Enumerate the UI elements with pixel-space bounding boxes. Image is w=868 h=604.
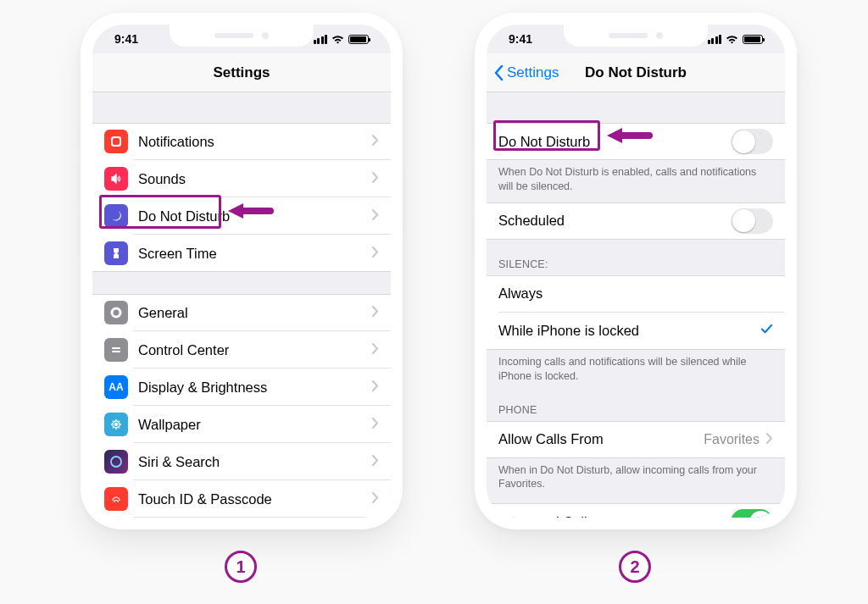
step-badge-2: 2	[619, 551, 651, 583]
navbar-settings: Settings	[92, 53, 391, 92]
row-scheduled[interactable]: Scheduled	[487, 202, 785, 240]
row-label: Display & Brightness	[138, 380, 372, 396]
silence-footer: Incoming calls and notifications will be…	[487, 350, 785, 392]
svg-rect-4	[112, 347, 120, 349]
status-bar: 9:41	[92, 25, 391, 53]
svg-rect-5	[112, 351, 120, 352]
notch	[170, 25, 314, 47]
navbar-dnd: Settings Do Not Disturb	[487, 53, 785, 92]
section-silence-header: SILENCE:	[487, 240, 785, 275]
row-label: Do Not Disturb	[498, 134, 731, 150]
row-label: Repeated Calls	[498, 514, 731, 518]
row-repeated-calls[interactable]: Repeated Calls	[487, 503, 785, 518]
notch	[564, 25, 708, 47]
row-siri-search[interactable]: Siri & Search	[92, 443, 391, 480]
row-sounds[interactable]: Sounds	[92, 160, 391, 197]
row-touch-id[interactable]: Touch ID & Passcode	[92, 480, 391, 518]
settings-list[interactable]: Notifications Sounds Do Not Disturb	[92, 92, 391, 518]
row-label: Scheduled	[498, 213, 731, 229]
wifi-icon	[331, 35, 344, 44]
row-control-center[interactable]: Control Center	[92, 331, 391, 368]
battery-icon	[743, 35, 763, 44]
chevron-right-icon	[766, 432, 773, 447]
row-label: Touch ID & Passcode	[138, 491, 372, 507]
wifi-icon	[726, 35, 738, 44]
phone-frame-1: 9:41 Settings Notifications	[81, 13, 403, 529]
chevron-right-icon	[372, 305, 379, 320]
control-center-icon	[104, 338, 128, 362]
svg-point-7	[117, 351, 120, 353]
row-allow-calls-from[interactable]: Allow Calls From Favorites	[487, 421, 785, 458]
row-label: Allow Calls From	[498, 431, 704, 447]
row-label: Wallpaper	[138, 417, 372, 433]
battery-icon	[348, 35, 369, 44]
row-do-not-disturb[interactable]: Do Not Disturb	[92, 197, 391, 235]
siri-icon	[104, 450, 128, 474]
dnd-settings[interactable]: Do Not Disturb When Do Not Disturb is en…	[487, 92, 785, 518]
page-title: Settings	[213, 64, 270, 81]
gear-icon	[104, 301, 128, 324]
cell-signal-icon	[708, 35, 722, 44]
chevron-right-icon	[372, 491, 379, 507]
row-label: General	[138, 305, 372, 321]
section-phone-header: PHONE	[487, 392, 785, 421]
back-label: Settings	[507, 64, 559, 81]
row-wallpaper[interactable]: Wallpaper	[92, 406, 391, 443]
row-value: Favorites	[704, 432, 760, 447]
chevron-right-icon	[372, 454, 379, 469]
row-notifications[interactable]: Notifications	[92, 123, 391, 160]
status-icons	[314, 35, 370, 44]
display-icon: AA	[104, 375, 128, 399]
checkmark-icon	[760, 323, 773, 339]
row-label: Control Center	[138, 342, 372, 358]
row-general[interactable]: General	[92, 294, 391, 331]
chevron-right-icon	[372, 342, 379, 357]
svg-point-9	[115, 424, 118, 426]
wallpaper-icon	[104, 413, 128, 436]
row-label: Always	[498, 285, 773, 302]
chevron-right-icon	[372, 380, 379, 395]
page-title: Do Not Disturb	[585, 64, 687, 81]
svg-point-6	[114, 347, 116, 350]
row-label: While iPhone is locked	[498, 323, 760, 339]
cell-signal-icon	[314, 35, 328, 44]
notifications-icon	[104, 130, 128, 153]
row-display-brightness[interactable]: AA Display & Brightness	[92, 368, 391, 406]
status-time: 9:41	[509, 32, 532, 46]
toggle-scheduled[interactable]	[731, 208, 773, 234]
row-label: Sounds	[138, 171, 372, 187]
allow-calls-footer: When in Do Not Disturb, allow incoming c…	[487, 458, 785, 501]
status-icons	[708, 35, 764, 44]
row-label: Do Not Disturb	[138, 208, 372, 224]
row-silence-always[interactable]: Always	[487, 275, 785, 313]
touchid-icon	[104, 487, 128, 511]
phone-screen-1: 9:41 Settings Notifications	[92, 25, 391, 518]
svg-point-3	[114, 311, 118, 314]
step-badge-1: 1	[225, 551, 257, 583]
toggle-repeated-calls[interactable]	[731, 509, 773, 518]
row-silence-locked[interactable]: While iPhone is locked	[487, 313, 785, 350]
row-screen-time[interactable]: Screen Time	[92, 235, 391, 272]
phone-frame-2: 9:41 Settings Do Not Disturb Do Not Dist…	[475, 13, 797, 529]
dnd-icon	[104, 204, 128, 228]
chevron-right-icon	[372, 208, 379, 224]
svg-point-10	[111, 457, 121, 467]
chevron-right-icon	[372, 246, 379, 261]
row-label: Notifications	[138, 134, 372, 150]
chevron-right-icon	[372, 417, 379, 432]
toggle-dnd[interactable]	[731, 129, 773, 154]
back-button[interactable]: Settings	[493, 64, 559, 81]
row-dnd-toggle[interactable]: Do Not Disturb	[487, 123, 785, 160]
chevron-right-icon	[372, 134, 379, 149]
sounds-icon	[104, 167, 128, 191]
status-bar: 9:41	[487, 25, 785, 53]
chevron-right-icon	[372, 171, 379, 186]
dnd-footer: When Do Not Disturb is enabled, calls an…	[487, 160, 785, 202]
row-label: Siri & Search	[138, 454, 372, 470]
screen-time-icon	[104, 241, 128, 265]
svg-rect-1	[113, 138, 120, 145]
status-time: 9:41	[114, 32, 138, 46]
phone-screen-2: 9:41 Settings Do Not Disturb Do Not Dist…	[487, 25, 785, 518]
row-label: Screen Time	[138, 246, 372, 262]
